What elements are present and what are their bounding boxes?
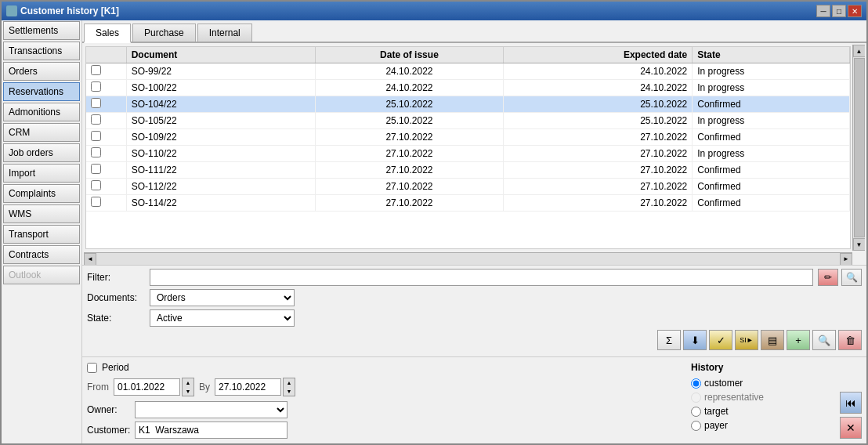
table-row[interactable]: SO-104/22 25.10.2022 25.10.2022 Confirme…	[86, 96, 850, 113]
scroll-left-button[interactable]: ◄	[84, 253, 96, 266]
tab-internal[interactable]: Internal	[197, 24, 252, 42]
filter-label: Filter:	[87, 272, 150, 283]
print-button[interactable]: ▤	[761, 330, 784, 350]
sidebar-item-transport[interactable]: Transport	[3, 225, 80, 244]
sidebar-item-crm[interactable]: CRM	[3, 123, 80, 142]
from-spin-down[interactable]: ▼	[183, 387, 193, 396]
table-row[interactable]: SO-109/22 27.10.2022 27.10.2022 Confirme…	[86, 129, 850, 146]
customer-input[interactable]	[135, 421, 288, 439]
sidebar-item-admonitions[interactable]: Admonitions	[3, 103, 80, 121]
cell-document: SO-109/22	[126, 129, 315, 146]
history-section: History customer representative target	[691, 362, 832, 439]
cell-state: In progress	[693, 113, 850, 129]
cell-date-issue: 24.10.2022	[315, 63, 504, 80]
radio-target-label: target	[704, 406, 729, 417]
cell-state: Confirmed	[693, 96, 850, 113]
row-checkbox[interactable]	[91, 65, 101, 75]
row-checkbox[interactable]	[91, 147, 101, 157]
radio-representative-input[interactable]	[691, 393, 701, 403]
from-spin-up[interactable]: ▲	[183, 378, 193, 387]
sidebar-item-outlook[interactable]: Outlook	[3, 266, 80, 284]
tab-sales[interactable]: Sales	[84, 24, 131, 43]
documents-select[interactable]: Orders	[150, 289, 295, 306]
from-input[interactable]	[114, 378, 180, 396]
right-actions: ⏮ ✕	[840, 362, 862, 439]
radio-customer: customer	[691, 378, 832, 389]
sidebar-item-import[interactable]: Import	[3, 164, 80, 183]
by-spin-up[interactable]: ▲	[284, 378, 295, 387]
cell-expected: 27.10.2022	[504, 129, 693, 146]
si-button[interactable]: SI►	[735, 330, 758, 350]
minimize-button[interactable]: ─	[816, 5, 830, 17]
row-checkbox[interactable]	[91, 131, 101, 141]
delete-button[interactable]: 🗑	[838, 330, 862, 350]
sidebar-item-reservations[interactable]: Reservations	[3, 82, 80, 101]
customer-label: Customer:	[87, 425, 130, 436]
scroll-thumb[interactable]	[854, 58, 865, 237]
window-title: Customer history [K1]	[20, 5, 119, 16]
scroll-right-button[interactable]: ►	[840, 253, 852, 266]
check-button[interactable]: ✓	[709, 330, 732, 350]
table-row[interactable]: SO-112/22 27.10.2022 27.10.2022 Confirme…	[86, 179, 850, 195]
radio-representative-label: representative	[704, 392, 764, 403]
sidebar-item-settlements[interactable]: Settlements	[3, 21, 80, 40]
table-row[interactable]: SO-105/22 25.10.2022 25.10.2022 In progr…	[86, 113, 850, 129]
close-button[interactable]: ✕	[848, 5, 862, 17]
radio-target-input[interactable]	[691, 407, 701, 417]
toolbar-row: Σ ⬇ ✓ SI► ▤ + 🔍 🗑	[87, 330, 862, 350]
radio-customer-input[interactable]	[691, 378, 701, 389]
sidebar-item-contracts[interactable]: Contracts	[3, 245, 80, 264]
cell-document: SO-99/22	[126, 63, 315, 80]
filter-input[interactable]	[150, 269, 813, 286]
add-button[interactable]: +	[787, 330, 810, 350]
row-checkbox[interactable]	[91, 180, 101, 190]
table-row[interactable]: SO-99/22 24.10.2022 24.10.2022 In progre…	[86, 63, 850, 80]
nav-button[interactable]: ⏮	[840, 392, 862, 414]
row-checkbox[interactable]	[91, 197, 101, 207]
horizontal-scrollbar[interactable]: ◄ ►	[84, 252, 852, 265]
row-checkbox[interactable]	[91, 98, 101, 108]
scroll-down-button[interactable]: ▼	[853, 238, 866, 251]
maximize-button[interactable]: □	[832, 5, 846, 17]
radio-payer-input[interactable]	[691, 421, 701, 431]
filter-edit-button[interactable]: ✏	[818, 269, 838, 286]
col-expected-date: Expected date	[504, 47, 693, 63]
bottom-area: Period From ▲ ▼ By	[82, 356, 866, 443]
sidebar-item-complaints[interactable]: Complaints	[3, 184, 80, 203]
period-checkbox[interactable]	[87, 363, 97, 373]
cell-date-issue: 27.10.2022	[315, 195, 504, 212]
row-checkbox[interactable]	[91, 114, 101, 125]
download-button[interactable]: ⬇	[683, 330, 707, 350]
radio-target: target	[691, 406, 832, 417]
vertical-scrollbar[interactable]: ▲ ▼	[852, 45, 865, 251]
owner-select[interactable]	[135, 401, 288, 418]
cell-expected: 27.10.2022	[504, 146, 693, 162]
sigma-button[interactable]: Σ	[657, 330, 681, 350]
row-checkbox[interactable]	[91, 81, 101, 92]
sidebar-item-transactions[interactable]: Transactions	[3, 42, 80, 60]
table-row[interactable]: SO-110/22 27.10.2022 27.10.2022 In progr…	[86, 146, 850, 162]
cell-state: Confirmed	[693, 179, 850, 195]
title-bar-left: Customer history [K1]	[6, 5, 119, 16]
state-label: State:	[87, 313, 150, 324]
close-action-button[interactable]: ✕	[840, 417, 862, 439]
scroll-up-button[interactable]: ▲	[853, 45, 866, 57]
table-row[interactable]: SO-111/22 27.10.2022 27.10.2022 Confirme…	[86, 162, 850, 179]
tab-purchase[interactable]: Purchase	[132, 24, 196, 42]
search-button[interactable]: 🔍	[812, 330, 836, 350]
state-select[interactable]: Active	[150, 309, 295, 327]
row-checkbox[interactable]	[91, 164, 101, 174]
sidebar-item-job-orders[interactable]: Job orders	[3, 143, 80, 162]
by-spin-down[interactable]: ▼	[284, 387, 295, 396]
by-input[interactable]	[215, 378, 281, 396]
cell-expected: 27.10.2022	[504, 162, 693, 179]
table-row[interactable]: SO-100/22 24.10.2022 24.10.2022 In progr…	[86, 80, 850, 96]
cell-state: Confirmed	[693, 129, 850, 146]
table-row[interactable]: SO-114/22 27.10.2022 27.10.2022 Confirme…	[86, 195, 850, 212]
from-field-group: ▲ ▼	[114, 378, 194, 396]
sidebar-item-wms[interactable]: WMS	[3, 204, 80, 223]
sidebar-item-orders[interactable]: Orders	[3, 62, 80, 81]
filter-search-button[interactable]: 🔍	[841, 269, 862, 286]
documents-label: Documents:	[87, 292, 150, 303]
period-label: Period	[102, 362, 129, 373]
